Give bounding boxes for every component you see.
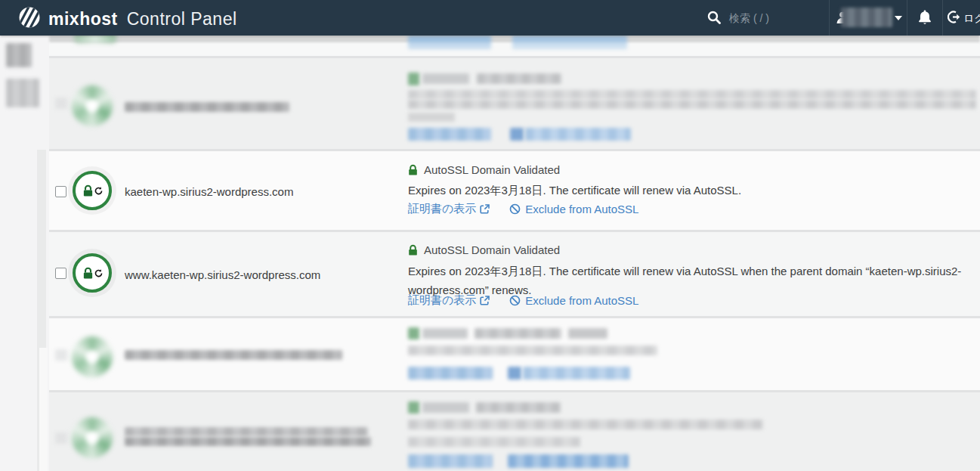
brand[interactable]: mixhost Control Panel xyxy=(18,6,237,32)
redacted-domain xyxy=(125,427,368,436)
brand-name: mixhost xyxy=(48,9,118,29)
redacted-domain xyxy=(125,350,342,360)
redacted-link[interactable] xyxy=(408,454,493,468)
ssl-status: AutoSSL Domain Validated xyxy=(408,163,560,176)
redacted-status-lock xyxy=(408,327,419,339)
view-certificate-link[interactable]: 証明書の表示 xyxy=(408,293,490,308)
redacted-text xyxy=(408,90,976,99)
logout-label: ログアウト xyxy=(963,12,980,26)
redacted-text xyxy=(422,73,469,84)
redacted-domain xyxy=(125,102,289,112)
redacted-text xyxy=(422,402,469,413)
lock-icon xyxy=(408,164,418,176)
domain-checkbox[interactable] xyxy=(55,186,66,197)
redacted-link[interactable] xyxy=(508,454,629,468)
redacted-link[interactable] xyxy=(512,36,627,49)
nav-divider xyxy=(907,0,907,36)
redacted-checkbox[interactable] xyxy=(55,98,67,109)
redacted-link[interactable] xyxy=(525,128,631,141)
expiry-text: Expires on 2023年3月18日. The certificate w… xyxy=(408,181,975,200)
left-sidebar xyxy=(0,36,49,471)
view-certificate-label: 証明書の表示 xyxy=(408,293,476,308)
domain-name: kaeten-wp.sirius2-wordpress.com xyxy=(125,185,293,198)
ssl-domain-row-redacted xyxy=(49,318,980,390)
external-link-icon xyxy=(480,204,490,214)
redacted-link[interactable] xyxy=(408,367,493,380)
search-placeholder: 検索 ( / ) xyxy=(729,12,769,26)
ssl-status: AutoSSL Domain Validated xyxy=(408,243,560,256)
redacted-text xyxy=(408,100,976,109)
chevron-down-icon[interactable] xyxy=(895,16,902,20)
nav-divider xyxy=(942,0,943,36)
redacted-text xyxy=(475,328,561,339)
redacted-text xyxy=(408,420,763,429)
ssl-domain-row-redacted xyxy=(49,58,980,149)
ssl-status-label: AutoSSL Domain Validated xyxy=(424,243,560,256)
redacted-link[interactable] xyxy=(408,36,491,49)
ssl-status-label: AutoSSL Domain Validated xyxy=(424,163,560,176)
redacted-text xyxy=(477,73,561,84)
view-certificate-link[interactable]: 証明書の表示 xyxy=(408,202,490,216)
redacted-link[interactable] xyxy=(523,367,630,380)
redacted-status-lock xyxy=(408,401,419,414)
redacted-link-icon[interactable] xyxy=(508,367,521,380)
top-navbar: mixhost Control Panel 検索 ( / ) xyxy=(0,0,980,36)
redacted-checkbox[interactable] xyxy=(55,432,67,444)
brand-suffix: Control Panel xyxy=(127,9,237,29)
exclude-autossl-link[interactable]: Exclude from AutoSSL xyxy=(509,294,638,307)
redacted-text xyxy=(476,402,561,413)
exclude-autossl-label: Exclude from AutoSSL xyxy=(525,294,638,307)
redacted-text xyxy=(408,437,580,447)
sync-icon xyxy=(94,187,103,195)
redacted-link-icon[interactable] xyxy=(510,128,524,141)
ssl-domain-row: kaeten-wp.sirius2-wordpress.com AutoSSL … xyxy=(49,151,980,230)
redacted-autossl-icon xyxy=(72,85,113,126)
redacted-domain xyxy=(125,437,371,446)
external-link-icon xyxy=(480,296,490,305)
global-search[interactable]: 検索 ( / ) xyxy=(707,11,769,27)
redacted-text xyxy=(408,113,455,122)
sync-icon xyxy=(94,269,103,277)
exclude-autossl-link[interactable]: Exclude from AutoSSL xyxy=(509,203,638,215)
autossl-secured-icon xyxy=(73,171,112,210)
redacted-link[interactable] xyxy=(408,128,491,141)
ssl-domain-row: www.kaeten-wp.sirius2-wordpress.com Auto… xyxy=(49,232,980,316)
logout-button[interactable]: ログアウト xyxy=(948,11,980,26)
autossl-secured-icon xyxy=(73,253,112,293)
sign-out-icon xyxy=(948,11,960,26)
redacted-autossl-icon xyxy=(72,417,113,458)
ban-icon xyxy=(509,295,521,306)
sidebar-scrollbar-thumb[interactable] xyxy=(39,348,48,471)
view-certificate-label: 証明書の表示 xyxy=(408,202,476,216)
lock-icon xyxy=(408,244,418,256)
ssl-domain-row-partial xyxy=(49,36,980,56)
ban-icon xyxy=(509,203,521,215)
ssl-status-list: kaeten-wp.sirius2-wordpress.com AutoSSL … xyxy=(49,36,980,471)
ssl-domain-row-redacted xyxy=(49,392,980,471)
redacted-checkbox[interactable] xyxy=(55,349,67,361)
redacted-text xyxy=(408,346,657,355)
redacted-sidebar-icon[interactable] xyxy=(6,79,39,107)
redacted-text xyxy=(568,328,607,339)
redacted-autossl-icon xyxy=(72,336,113,377)
exclude-autossl-label: Exclude from AutoSSL xyxy=(525,203,638,215)
bell-icon[interactable] xyxy=(917,9,932,28)
nav-divider xyxy=(829,0,830,36)
search-icon xyxy=(707,11,721,27)
redacted-status-lock xyxy=(408,73,419,85)
domain-name: www.kaeten-wp.sirius2-wordpress.com xyxy=(125,268,320,281)
redacted-username[interactable] xyxy=(841,8,892,27)
domain-checkbox[interactable] xyxy=(55,268,66,279)
redacted-sidebar-icon[interactable] xyxy=(6,43,32,67)
mixhost-logo-icon xyxy=(18,6,41,32)
redacted-text xyxy=(422,328,468,339)
